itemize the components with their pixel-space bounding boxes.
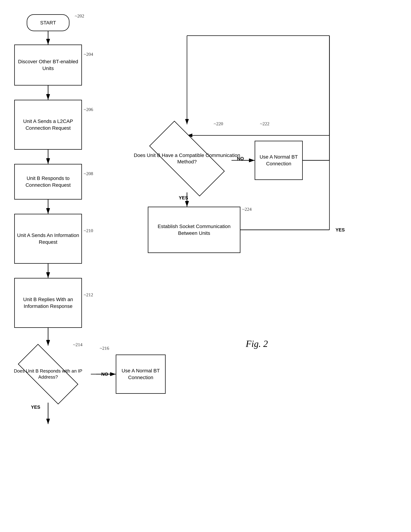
node-224: Establish Socket Communication Between U…: [148, 207, 240, 253]
no-label-220: NO: [233, 155, 248, 162]
node-204: Discover Other BT-enabled Units: [14, 45, 82, 86]
ref-204: ~204: [84, 52, 93, 57]
node-222: Use A Normal BT Connection: [255, 141, 303, 180]
start-label: START: [39, 18, 57, 28]
node-216: Use A Normal BT Connection: [116, 355, 166, 394]
node-220-wrapper: Does Unit B Have a Compatible Communicat…: [134, 125, 240, 192]
node-210: Unit A Sends An Information Request: [14, 214, 82, 264]
node-212: Unit B Replies With an Information Respo…: [14, 278, 82, 328]
ref-212: ~212: [84, 292, 93, 297]
yes-label-right: YES: [333, 226, 347, 233]
node-210-label: Unit A Sends An Information Request: [15, 230, 81, 247]
ref-210: ~210: [84, 228, 93, 233]
yes-label-220: YES: [176, 194, 191, 201]
node-214-diamond: [18, 344, 78, 404]
node-206: Unit A Sends a L2CAP Connection Request: [14, 100, 82, 150]
node-216-label: Use A Normal BT Connection: [116, 366, 165, 382]
ref-202: ~202: [75, 13, 84, 19]
figure-label: Fig. 2: [246, 339, 268, 349]
node-222-label: Use A Normal BT Connection: [255, 152, 302, 169]
no-label-214: NO: [98, 370, 112, 378]
yes-label-214: YES: [28, 404, 43, 411]
ref-214: ~214: [73, 342, 83, 347]
ref-220: ~220: [214, 121, 223, 126]
node-206-label: Unit A Sends a L2CAP Connection Request: [15, 116, 81, 133]
node-204-label: Discover Other BT-enabled Units: [15, 57, 81, 73]
ref-224: ~224: [242, 207, 252, 212]
start-node: START: [27, 14, 69, 31]
ref-206: ~206: [84, 107, 93, 112]
ref-208: ~208: [84, 171, 93, 176]
node-208-label: Unit B Responds to Connection Request: [15, 173, 81, 190]
flowchart-diagram: START ~202 Discover Other BT-enabled Uni…: [0, 0, 411, 532]
ref-222: ~222: [260, 121, 270, 126]
node-208: Unit B Responds to Connection Request: [14, 164, 82, 200]
ref-216: ~216: [100, 346, 109, 351]
node-212-label: Unit B Replies With an Information Respo…: [15, 295, 81, 311]
node-220-diamond: [149, 121, 225, 196]
node-224-label: Establish Socket Communication Between U…: [148, 222, 240, 238]
node-214-wrapper: Does Unit B Responds with an IP Address?: [5, 346, 91, 403]
